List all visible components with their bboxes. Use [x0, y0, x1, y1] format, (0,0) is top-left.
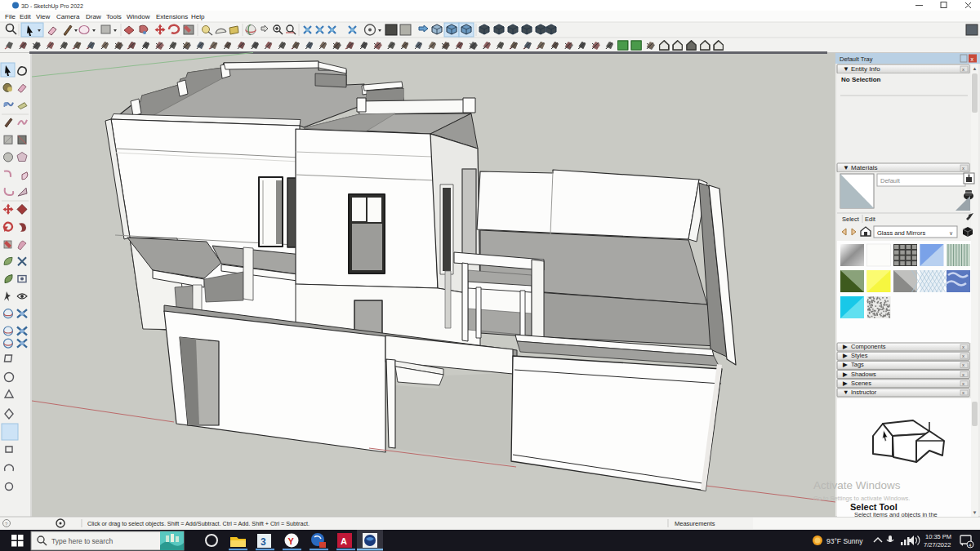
- svg-text:Entity Info: Entity Info: [851, 65, 880, 73]
- svg-text:Camera: Camera: [56, 13, 80, 20]
- svg-text:∨: ∨: [949, 230, 953, 236]
- svg-text:Type here to search: Type here to search: [51, 537, 113, 545]
- svg-text:x: x: [962, 166, 964, 171]
- svg-text:▶: ▶: [843, 361, 848, 368]
- svg-text:Tags: Tags: [851, 361, 864, 368]
- svg-text:Activate Windows: Activate Windows: [813, 479, 901, 491]
- svg-text:Edit: Edit: [20, 13, 32, 20]
- svg-text:Window: Window: [127, 13, 150, 20]
- svg-text:▶: ▶: [843, 343, 848, 350]
- svg-text:▼: ▼: [843, 389, 849, 396]
- svg-text:▶: ▶: [843, 371, 848, 378]
- svg-text:A: A: [341, 536, 347, 546]
- svg-text:No Selection: No Selection: [841, 76, 881, 83]
- svg-text:▶: ▶: [843, 352, 848, 359]
- svg-text:▼: ▼: [843, 65, 849, 73]
- svg-text:Styles: Styles: [851, 352, 868, 359]
- svg-text:Select items and objects in th: Select items and objects in the: [854, 511, 938, 518]
- svg-text:x: x: [962, 372, 964, 377]
- svg-text:Go to Settings to activate Win: Go to Settings to activate Windows.: [813, 495, 910, 502]
- svg-text:Draw: Draw: [86, 13, 101, 20]
- svg-text:Tools: Tools: [106, 13, 122, 20]
- svg-text:▶: ▶: [843, 380, 848, 387]
- svg-text:Edit: Edit: [865, 216, 876, 223]
- svg-text:Measurements: Measurements: [675, 520, 715, 527]
- svg-text:Default: Default: [880, 177, 901, 184]
- svg-text:Select: Select: [842, 216, 860, 223]
- svg-text:▼: ▼: [843, 164, 849, 171]
- svg-text:View: View: [36, 13, 50, 20]
- svg-text:x: x: [962, 344, 964, 349]
- svg-text:x: x: [962, 67, 964, 72]
- svg-text:Click or drag to select object: Click or drag to select objects. Shift =…: [87, 520, 310, 527]
- svg-text:7/27/2022: 7/27/2022: [924, 541, 951, 549]
- svg-text:Instructor: Instructor: [851, 389, 877, 396]
- svg-text:x: x: [971, 56, 974, 62]
- svg-text:x: x: [962, 381, 964, 386]
- svg-text:10:35 PM: 10:35 PM: [925, 533, 951, 540]
- svg-text:Scenes: Scenes: [851, 380, 871, 387]
- svg-text:Components: Components: [851, 343, 886, 350]
- svg-text:x: x: [962, 362, 964, 367]
- svg-text:File: File: [5, 13, 16, 20]
- svg-text:Y: Y: [288, 536, 295, 546]
- svg-text:▼: ▼: [973, 510, 978, 515]
- svg-text:Glass and Mirrors: Glass and Mirrors: [877, 229, 925, 237]
- svg-text:Shadows: Shadows: [851, 371, 876, 378]
- svg-text:▲: ▲: [973, 66, 978, 71]
- svg-text:3: 3: [261, 536, 266, 548]
- svg-text:Extensions: Extensions: [156, 13, 188, 20]
- svg-text:Help: Help: [191, 13, 205, 20]
- svg-text:93°F Sunny: 93°F Sunny: [826, 537, 863, 545]
- svg-text:Materials: Materials: [851, 164, 877, 171]
- svg-text:x: x: [962, 353, 964, 358]
- svg-text:x: x: [962, 390, 964, 395]
- svg-text:Default Tray: Default Tray: [840, 56, 873, 63]
- svg-text:3D - SketchUp Pro 2022: 3D - SketchUp Pro 2022: [21, 3, 83, 10]
